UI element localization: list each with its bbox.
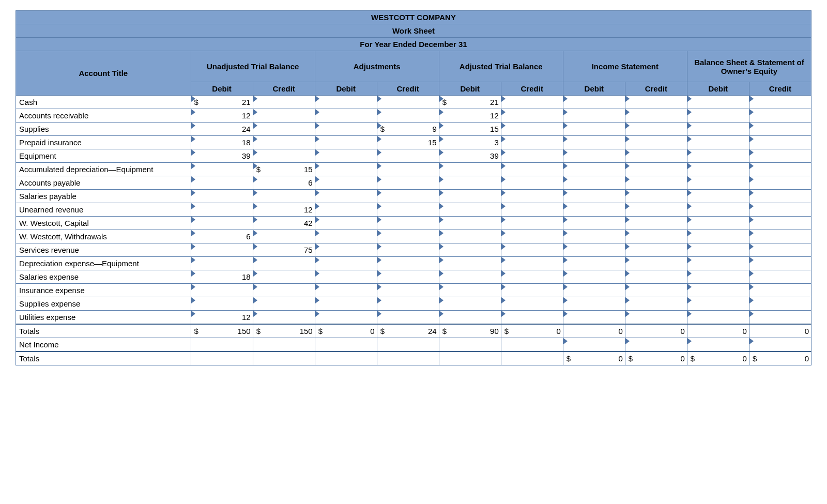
cell-adj_d[interactable] — [439, 230, 501, 243]
cell-unadj_d[interactable]: 12 — [191, 311, 253, 325]
cell-bal_c[interactable] — [749, 217, 811, 230]
cell-bal_c[interactable] — [749, 338, 811, 352]
cell-bal_d[interactable] — [687, 163, 749, 176]
cell-adjust_d[interactable] — [315, 190, 377, 203]
cell-unadj_d[interactable] — [191, 163, 253, 176]
cell-unadj_d[interactable]: 24 — [191, 123, 253, 136]
cell-unadj_d[interactable] — [191, 190, 253, 203]
cell-inc_c[interactable] — [625, 136, 687, 149]
cell-adj_c[interactable] — [501, 270, 563, 284]
cell-adjust_c[interactable] — [377, 190, 439, 203]
cell-adjust_d[interactable] — [315, 243, 377, 257]
cell-adjust_c[interactable] — [377, 311, 439, 325]
cell-adj_c[interactable] — [501, 123, 563, 136]
cell-adjust_c[interactable] — [377, 297, 439, 311]
cell-adjust_d[interactable] — [315, 96, 377, 109]
cell-bal_c[interactable] — [749, 163, 811, 176]
cell-adjust_d[interactable] — [315, 311, 377, 325]
cell-bal_d[interactable] — [687, 109, 749, 123]
cell-inc_c[interactable] — [625, 176, 687, 190]
cell-bal_d[interactable] — [687, 190, 749, 203]
cell-adjust_d[interactable] — [315, 136, 377, 149]
cell-unadj_c[interactable] — [253, 230, 315, 243]
cell-inc_d[interactable] — [563, 136, 625, 149]
cell-inc_d[interactable] — [563, 284, 625, 297]
cell-inc_d[interactable] — [563, 163, 625, 176]
cell-adj_c[interactable] — [501, 109, 563, 123]
cell-adjust_d[interactable] — [315, 149, 377, 163]
cell-adj_c[interactable] — [501, 297, 563, 311]
cell-inc_d[interactable] — [563, 257, 625, 270]
cell-inc_c[interactable] — [625, 257, 687, 270]
cell-adjust_c[interactable] — [377, 230, 439, 243]
cell-inc_c[interactable] — [625, 311, 687, 325]
cell-adjust_c[interactable] — [377, 203, 439, 217]
cell-adj_c[interactable] — [501, 311, 563, 325]
cell-bal_d[interactable] — [687, 311, 749, 325]
cell-adj_c[interactable] — [501, 217, 563, 230]
cell-unadj_c[interactable] — [253, 257, 315, 270]
cell-unadj_c[interactable] — [253, 136, 315, 149]
cell-adjust_c[interactable] — [377, 176, 439, 190]
cell-unadj_c[interactable]: 42 — [253, 217, 315, 230]
cell-unadj_c[interactable]: 6 — [253, 176, 315, 190]
cell-bal_c[interactable] — [749, 96, 811, 109]
cell-adj_d[interactable] — [439, 163, 501, 176]
cell-adj_c[interactable] — [501, 230, 563, 243]
cell-unadj_c[interactable] — [253, 270, 315, 284]
cell-inc_c[interactable] — [625, 217, 687, 230]
cell-inc_c[interactable] — [625, 243, 687, 257]
cell-bal_d[interactable] — [687, 270, 749, 284]
cell-adjust_c[interactable] — [377, 257, 439, 270]
cell-bal_d[interactable] — [687, 136, 749, 149]
cell-inc_d[interactable] — [563, 96, 625, 109]
cell-bal_d[interactable] — [687, 257, 749, 270]
cell-bal_c[interactable] — [749, 190, 811, 203]
cell-inc_d[interactable] — [563, 230, 625, 243]
cell-unadj_d[interactable] — [191, 217, 253, 230]
cell-inc_d[interactable] — [563, 203, 625, 217]
cell-adjust_c[interactable] — [377, 270, 439, 284]
cell-unadj_c[interactable] — [253, 123, 315, 136]
cell-bal_d[interactable] — [687, 176, 749, 190]
cell-bal_c[interactable] — [749, 270, 811, 284]
cell-adj_d[interactable] — [439, 203, 501, 217]
cell-adj_d[interactable]: 39 — [439, 149, 501, 163]
cell-adjust_d[interactable] — [315, 217, 377, 230]
cell-unadj_d[interactable]: 12 — [191, 109, 253, 123]
cell-bal_d[interactable] — [687, 338, 749, 352]
cell-unadj_d[interactable]: 39 — [191, 149, 253, 163]
cell-adj_c[interactable] — [501, 96, 563, 109]
cell-adj_c[interactable] — [501, 149, 563, 163]
cell-bal_d[interactable] — [687, 203, 749, 217]
cell-bal_c[interactable] — [749, 311, 811, 325]
cell-unadj_d[interactable] — [191, 243, 253, 257]
cell-inc_c[interactable] — [625, 96, 687, 109]
cell-adj_d[interactable] — [439, 311, 501, 325]
cell-inc_c[interactable] — [625, 230, 687, 243]
cell-adj_d[interactable] — [439, 297, 501, 311]
cell-unadj_d[interactable]: 18 — [191, 270, 253, 284]
cell-unadj_c[interactable]: $15 — [253, 163, 315, 176]
cell-adj_d[interactable] — [439, 284, 501, 297]
cell-adjust_d[interactable] — [315, 203, 377, 217]
cell-bal_d[interactable] — [687, 96, 749, 109]
cell-adj_c[interactable] — [501, 284, 563, 297]
cell-inc_d[interactable] — [563, 243, 625, 257]
cell-inc_d[interactable] — [563, 190, 625, 203]
cell-adjust_d[interactable] — [315, 230, 377, 243]
cell-inc_c[interactable] — [625, 297, 687, 311]
cell-unadj_c[interactable] — [253, 190, 315, 203]
cell-bal_d[interactable] — [687, 230, 749, 243]
cell-bal_c[interactable] — [749, 297, 811, 311]
cell-adj_d[interactable]: $21 — [439, 96, 501, 109]
cell-adj_d[interactable] — [439, 217, 501, 230]
cell-inc_d[interactable] — [563, 338, 625, 352]
cell-adj_c[interactable] — [501, 190, 563, 203]
cell-unadj_c[interactable] — [253, 297, 315, 311]
cell-inc_d[interactable] — [563, 270, 625, 284]
cell-inc_d[interactable] — [563, 297, 625, 311]
cell-bal_d[interactable] — [687, 217, 749, 230]
cell-adjust_d[interactable] — [315, 176, 377, 190]
cell-bal_d[interactable] — [687, 123, 749, 136]
